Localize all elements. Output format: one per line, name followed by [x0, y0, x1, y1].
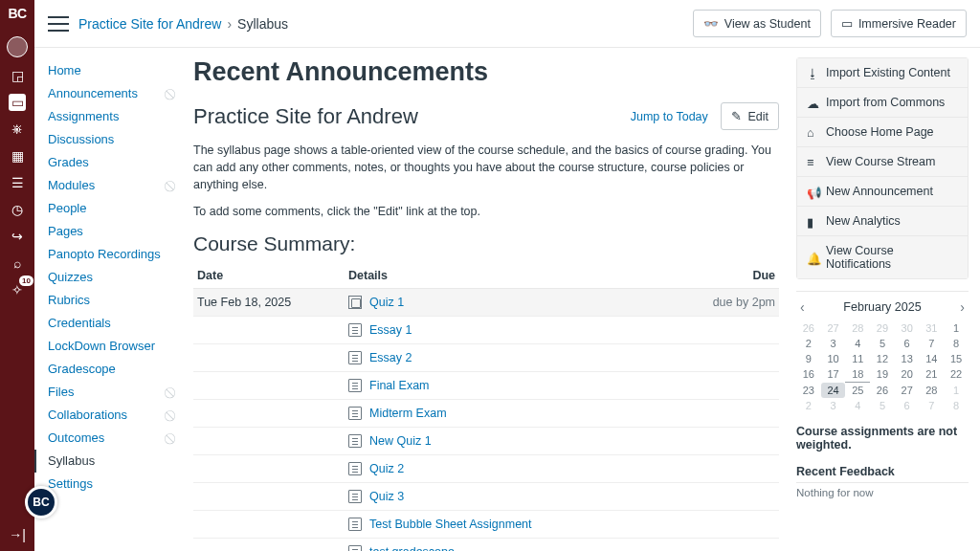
calendar-day[interactable]: 21 — [920, 366, 945, 383]
course-nav-toggle[interactable] — [48, 16, 69, 32]
assignment-link[interactable]: Test Bubble Sheet Assignment — [369, 518, 532, 531]
course-action-button[interactable]: 📢New Announcement — [797, 177, 968, 207]
course-nav-item[interactable]: Outcomes⃠ — [48, 427, 182, 450]
course-nav-item[interactable]: Gradescope — [48, 358, 182, 381]
calendar-day[interactable]: 26 — [796, 320, 821, 336]
calendar-day[interactable]: 6 — [895, 398, 920, 413]
course-nav-item[interactable]: Files⃠ — [48, 381, 182, 404]
course-nav-link[interactable]: Credentials — [48, 312, 111, 335]
course-nav-link[interactable]: Announcements — [48, 82, 138, 105]
inbox-icon[interactable]: ☰ — [9, 174, 26, 191]
help-icon[interactable]: ⌕ — [9, 254, 26, 272]
calendar-day[interactable]: 2 — [796, 398, 821, 413]
calendar-day[interactable]: 3 — [821, 398, 846, 413]
course-nav-item[interactable]: Panopto Recordings — [48, 243, 182, 266]
course-nav-item[interactable]: Credentials — [48, 312, 182, 335]
calendar-day[interactable]: 22 — [944, 366, 969, 383]
calendar-day[interactable]: 7 — [920, 336, 945, 351]
groups-icon[interactable]: ⛯ — [9, 121, 26, 138]
calendar-day[interactable]: 5 — [870, 336, 895, 351]
calendar-day[interactable]: 28 — [920, 383, 945, 399]
course-nav-link[interactable]: LockDown Browser — [48, 335, 155, 358]
dashboard-icon[interactable]: ◲ — [9, 67, 26, 84]
course-nav-item[interactable]: Assignments — [48, 105, 182, 128]
immersive-reader-button[interactable]: ▭ Immersive Reader — [831, 10, 967, 37]
calendar-day[interactable]: 19 — [870, 366, 895, 383]
calendar-day[interactable]: 7 — [920, 398, 945, 413]
calendar-day[interactable]: 6 — [895, 336, 920, 351]
calendar-icon[interactable]: ▦ — [9, 147, 26, 165]
calendar-day[interactable]: 16 — [796, 366, 821, 383]
course-nav-item[interactable]: Syllabus — [34, 450, 182, 473]
calendar-day[interactable]: 29 — [870, 320, 895, 336]
calendar-day[interactable]: 14 — [920, 351, 945, 366]
course-action-button[interactable]: ☁Import from Commons — [797, 88, 968, 118]
course-nav-link[interactable]: Assignments — [48, 105, 119, 128]
calendar-day[interactable]: 9 — [796, 351, 821, 366]
breadcrumb-course-link[interactable]: Practice Site for Andrew — [78, 16, 221, 32]
institution-logo[interactable]: BC — [8, 6, 26, 21]
course-nav-link[interactable]: Home — [48, 59, 81, 82]
course-nav-item[interactable]: People — [48, 197, 182, 220]
view-as-student-button[interactable]: 👓 View as Student — [693, 10, 821, 37]
calendar-day[interactable]: 25 — [845, 383, 870, 399]
course-nav-link[interactable]: Syllabus — [48, 450, 95, 473]
bc-support-badge[interactable]: BC — [25, 486, 57, 518]
course-nav-link[interactable]: Outcomes — [48, 427, 104, 450]
calendar-day[interactable]: 27 — [821, 320, 846, 336]
assignment-link[interactable]: Quiz 1 — [369, 296, 404, 309]
assignment-link[interactable]: New Quiz 1 — [369, 434, 432, 448]
notifications-icon[interactable]: ✧10 — [9, 281, 26, 298]
calendar-day[interactable]: 4 — [845, 398, 870, 413]
calendar-day[interactable]: 8 — [944, 398, 969, 413]
calendar-day[interactable]: 4 — [845, 336, 870, 351]
course-nav-link[interactable]: Settings — [48, 473, 93, 496]
assignment-link[interactable]: Essay 1 — [369, 323, 412, 337]
course-nav-link[interactable]: Rubrics — [48, 289, 90, 312]
assignment-link[interactable]: Quiz 3 — [369, 490, 404, 503]
assignment-link[interactable]: Final Exam — [369, 379, 430, 392]
course-nav-link[interactable]: Files — [48, 381, 74, 404]
course-nav-link[interactable]: Grades — [48, 151, 89, 174]
course-nav-item[interactable]: Modules⃠ — [48, 174, 182, 197]
course-nav-item[interactable]: Pages — [48, 220, 182, 243]
history-icon[interactable]: ◷ — [9, 201, 26, 218]
course-nav-item[interactable]: Collaborations⃠ — [48, 404, 182, 427]
course-nav-item[interactable]: Discussions — [48, 128, 182, 151]
course-nav-link[interactable]: Modules — [48, 174, 95, 197]
course-nav-item[interactable]: LockDown Browser — [48, 335, 182, 358]
calendar-day[interactable]: 11 — [845, 351, 870, 366]
course-action-button[interactable]: ≡View Course Stream — [797, 147, 968, 177]
assignment-link[interactable]: Midterm Exam — [369, 407, 447, 420]
cal-prev-month[interactable]: ‹ — [800, 299, 805, 315]
calendar-day[interactable]: 30 — [895, 320, 920, 336]
assignment-link[interactable]: Quiz 2 — [369, 462, 404, 475]
course-action-button[interactable]: ▮New Analytics — [797, 207, 968, 236]
course-nav-link[interactable]: Panopto Recordings — [48, 243, 161, 266]
calendar-day[interactable]: 8 — [944, 336, 969, 351]
collapse-nav-icon[interactable]: →| — [9, 526, 26, 543]
course-nav-item[interactable]: Home — [48, 59, 182, 82]
course-nav-item[interactable]: Quizzes — [48, 266, 182, 289]
calendar-day[interactable]: 3 — [821, 336, 846, 351]
account-avatar[interactable] — [7, 36, 28, 57]
course-action-button[interactable]: 🔔View Course Notifications — [797, 236, 968, 278]
calendar-day[interactable]: 1 — [944, 383, 969, 399]
calendar-day[interactable]: 26 — [870, 383, 895, 399]
course-nav-link[interactable]: Gradescope — [48, 358, 116, 381]
calendar-day[interactable]: 5 — [870, 398, 895, 413]
course-action-button[interactable]: ⌂Choose Home Page — [797, 118, 968, 147]
calendar-day[interactable]: 27 — [895, 383, 920, 399]
edit-syllabus-button[interactable]: ✎ Edit — [721, 102, 779, 130]
course-nav-item[interactable]: Settings — [48, 473, 182, 496]
cal-next-month[interactable]: › — [960, 299, 965, 315]
jump-to-today-link[interactable]: Jump to Today — [631, 110, 708, 123]
course-nav-link[interactable]: People — [48, 197, 86, 220]
courses-icon[interactable]: ▭ — [9, 94, 26, 111]
course-nav-link[interactable]: Pages — [48, 220, 83, 243]
calendar-day[interactable]: 12 — [870, 351, 895, 366]
course-nav-link[interactable]: Collaborations — [48, 404, 127, 427]
calendar-day[interactable]: 1 — [944, 320, 969, 336]
calendar-day[interactable]: 15 — [944, 351, 969, 366]
calendar-day[interactable]: 10 — [821, 351, 846, 366]
